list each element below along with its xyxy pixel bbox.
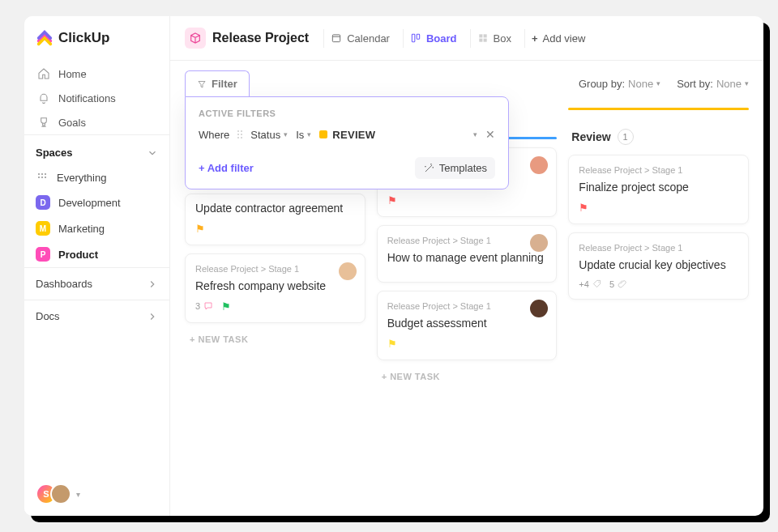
sidebar-footer[interactable]: S ▾ [24, 472, 169, 516]
bell-icon [37, 92, 50, 104]
add-filter-button[interactable]: + Add filter [199, 162, 254, 174]
add-view-label: Add view [543, 32, 586, 45]
avatar [530, 300, 548, 317]
filter-value-dropdown[interactable]: REVIEW ▾ [319, 129, 477, 141]
nav-goals[interactable]: Goals [31, 110, 163, 134]
chevron-down-icon: ▾ [284, 130, 288, 138]
new-task-button[interactable]: + NEW TASK [377, 368, 558, 385]
flag-icon: ⚑ [221, 300, 231, 313]
filter-field-dropdown[interactable]: Status ▾ [250, 129, 288, 141]
main-area: Release Project Calendar Board Box + Add… [170, 16, 763, 516]
svg-rect-11 [479, 39, 482, 42]
filter-where-label: Where [199, 129, 229, 141]
drag-handle-icon[interactable] [237, 130, 242, 138]
group-by-value: None [628, 78, 653, 90]
column-title: Review [571, 130, 610, 143]
sidebar-dashboards[interactable]: Dashboards [24, 267, 169, 300]
avatar-stack: S [36, 483, 71, 504]
new-task-button[interactable]: + NEW TASK [185, 331, 365, 347]
chevron-down-icon: ▾ [745, 79, 749, 87]
sort-by-dropdown[interactable]: Sort by: None ▾ [677, 78, 749, 90]
card-title: Budget assessment [387, 316, 547, 331]
logo[interactable]: ClickUp [24, 16, 169, 62]
card-breadcrumb: Release Project > Stage 1 [387, 301, 547, 311]
project-title: Release Project [212, 31, 309, 45]
nav-notifications-label: Notifications [58, 92, 116, 104]
flag-icon: ⚑ [387, 338, 397, 350]
nav-goals-label: Goals [58, 117, 86, 129]
chevron-down-icon: ▾ [307, 130, 311, 138]
tab-board[interactable]: Board [403, 29, 464, 48]
nav-notifications[interactable]: Notifications [31, 86, 163, 110]
card-breadcrumb: Release Project > Stage 1 [387, 236, 547, 245]
card-breadcrumb: Release Project > Stage 1 [579, 243, 738, 253]
filter-operator-value: Is [296, 129, 304, 141]
svg-point-0 [38, 173, 40, 175]
chevron-down-icon [147, 147, 158, 159]
flag-icon: ⚑ [387, 194, 397, 206]
templates-button[interactable]: Templates [415, 157, 495, 179]
add-view-button[interactable]: + Add view [524, 29, 592, 48]
task-card[interactable]: Release Project > Stage 1 Refresh compan… [185, 253, 365, 323]
svg-rect-10 [483, 34, 486, 37]
group-by-dropdown[interactable]: Group by: None ▾ [579, 78, 660, 90]
space-label: Product [58, 249, 98, 261]
grid-icon [477, 32, 489, 44]
comment-count: 3 [195, 301, 213, 311]
nav-home-label: Home [58, 68, 87, 80]
filter-value: REVIEW [332, 129, 375, 141]
card-extra-tags: +4 [579, 279, 601, 289]
sidebar-space-development[interactable]: D Development [24, 189, 169, 215]
sidebar: ClickUp Home Notifications Goals Spaces [24, 16, 170, 516]
task-card[interactable]: Release Project > Stage 1 Update crucial… [568, 232, 749, 300]
remove-filter-button[interactable]: ✕ [485, 128, 495, 141]
space-badge: D [36, 195, 50, 210]
filter-operator-dropdown[interactable]: Is ▾ [296, 129, 311, 141]
space-label: Development [58, 197, 121, 209]
task-card[interactable]: Release Project > Stage 1 Finalize proje… [568, 155, 749, 224]
home-icon [37, 67, 50, 80]
sidebar-everything-label: Everything [57, 172, 106, 184]
card-title: Update contractor agreement [195, 201, 355, 216]
app-shell: ClickUp Home Notifications Goals Spaces [24, 16, 763, 516]
svg-rect-6 [333, 35, 340, 42]
filter-popover: ACTIVE FILTERS Where Status ▾ Is ▾ REVIE… [185, 96, 509, 189]
nav-home[interactable]: Home [31, 62, 163, 86]
status-color-swatch [319, 130, 327, 138]
space-badge: P [36, 247, 50, 262]
tab-box[interactable]: Box [470, 29, 518, 48]
avatar [50, 483, 71, 504]
filter-button[interactable]: Filter [185, 70, 250, 96]
task-card[interactable]: Update contractor agreement ⚑ [185, 194, 365, 245]
task-card[interactable]: Release Project > Stage 1 How to manage … [377, 225, 558, 283]
sort-by-value: None [716, 78, 742, 90]
sidebar-everything[interactable]: Everything [24, 165, 169, 189]
logo-text: ClickUp [58, 30, 109, 46]
task-card[interactable]: Release Project > Stage 1 Budget assessm… [377, 291, 558, 360]
sidebar-space-product[interactable]: P Product [24, 241, 169, 267]
chevron-down-icon: ▾ [656, 79, 660, 87]
tab-calendar[interactable]: Calendar [323, 29, 396, 48]
grid-dots-icon [36, 171, 49, 184]
card-title: Update crucial key objectives [579, 257, 738, 273]
svg-rect-12 [483, 39, 486, 42]
trophy-icon [37, 116, 50, 129]
sidebar-docs[interactable]: Docs [24, 300, 169, 332]
filter-icon [197, 79, 207, 89]
board-icon [410, 32, 421, 44]
filter-popover-title: ACTIVE FILTERS [199, 109, 495, 118]
wand-icon [423, 163, 434, 174]
sidebar-space-marketing[interactable]: M Marketing [24, 215, 169, 241]
tab-box-label: Box [494, 32, 511, 45]
svg-rect-9 [479, 34, 482, 37]
space-label: Marketing [58, 223, 105, 235]
sort-by-label: Sort by: [677, 78, 713, 90]
avatar [339, 262, 357, 280]
card-title: Finalize project scope [579, 180, 738, 195]
comment-icon [203, 301, 213, 311]
chevron-right-icon [147, 311, 158, 322]
filter-label: Filter [212, 78, 237, 90]
card-breadcrumb: Release Project > Stage 1 [579, 165, 738, 175]
spaces-header[interactable]: Spaces [24, 134, 169, 165]
card-attachments: 5 [609, 279, 626, 289]
